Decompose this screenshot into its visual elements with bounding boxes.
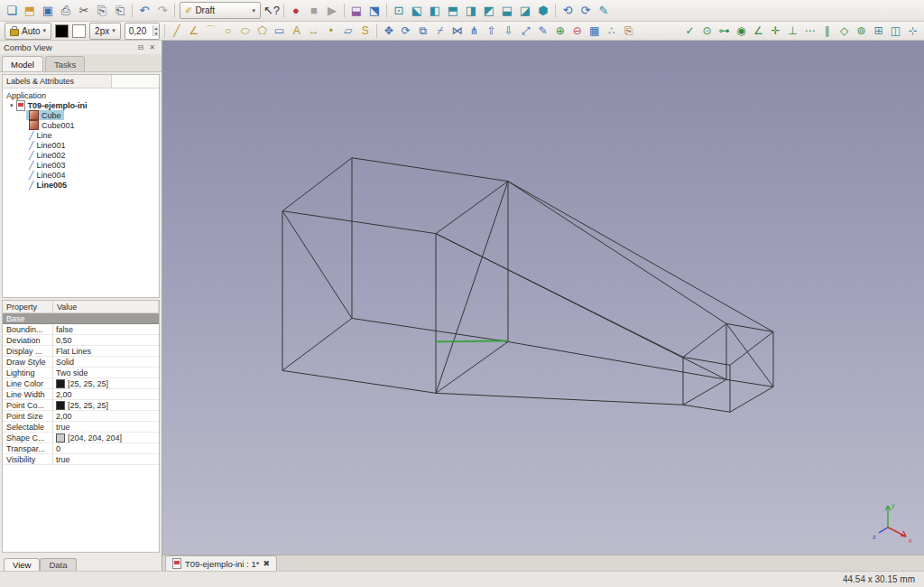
property-value[interactable]: 2,00 [53,411,159,421]
model-edge[interactable] [436,182,508,394]
3d-canvas[interactable]: yxz [162,41,924,554]
model-edge[interactable] [436,182,508,234]
snap-near-button[interactable]: ⊚ [853,23,870,39]
draft-rotate-button[interactable]: ⟳ [397,23,414,39]
print-button[interactable]: ⎙ [57,2,75,19]
property-row[interactable]: Display ...Flat Lines [3,346,159,357]
draft-rectangle-button[interactable]: ▭ [271,23,288,39]
tab-tasks[interactable]: Tasks [45,56,85,71]
cut-button[interactable]: ✂ [75,2,93,19]
model-edge[interactable] [282,211,352,319]
property-row[interactable]: LightingTwo side [3,368,159,378]
view-front-button[interactable]: ◧ [426,2,444,19]
view-left-button[interactable]: ◪ [516,2,534,19]
draft-split-button[interactable]: ⋔ [466,23,483,39]
property-value[interactable]: [25, 25, 25] [53,378,159,388]
draft-dimension-button[interactable]: ↔ [305,23,322,39]
tab-view[interactable]: View [4,558,40,571]
property-column-header[interactable]: Property [3,301,53,312]
snap-perpendicular-button[interactable]: ⊥ [784,23,801,39]
draft-polyline-button[interactable]: ∠ [185,23,202,39]
property-value[interactable]: [204, 204, 204] [53,433,159,443]
tree-item-line002[interactable]: ╱Line002 [3,150,159,160]
value-column-header[interactable]: Value [53,301,159,312]
property-value[interactable]: false [53,324,159,334]
model-edge[interactable] [683,323,726,357]
tree-item-line001[interactable]: ╱Line001 [3,140,159,150]
snap-grid-button[interactable]: ⊞ [870,23,887,39]
draft-shapestring-button[interactable]: S [356,23,374,39]
tree-item-line005[interactable]: ╱Line005 [3,180,159,190]
property-value[interactable]: true [53,422,159,432]
draft-array-button[interactable]: ▦ [586,23,603,39]
snap-center-button[interactable]: ◉ [733,23,750,39]
auto-constrain-selector[interactable]: Auto ▾ [5,23,51,40]
tree-item-line[interactable]: ╱Line [3,130,159,140]
draft-del-point-button[interactable]: ⊖ [568,23,586,39]
model-edge[interactable] [282,211,436,234]
view-rear-button[interactable]: ◩ [480,2,498,19]
property-row[interactable]: Transpar...0 [3,443,159,454]
undo-button[interactable]: ↶ [135,2,153,19]
view-axonometric-button[interactable]: ⬢ [534,2,552,19]
property-value[interactable]: 0,50 [53,335,159,345]
property-value[interactable]: 0 [53,443,159,453]
tree-item-document[interactable]: ▾ T09-ejemplo-ini [3,100,159,110]
draft-facebinder-button[interactable]: ▱ [339,23,356,39]
snap-extension-button[interactable]: ⋯ [801,23,818,39]
snap-parallel-button[interactable]: ∥ [818,23,836,39]
snap-lock-button[interactable]: ✓ [681,23,698,39]
model-edge[interactable] [726,323,773,387]
property-row[interactable]: Draw StyleSolid [3,357,159,368]
model-edge[interactable] [508,182,726,324]
model-edge[interactable] [683,405,730,412]
snap-midpoint-button[interactable]: ⊶ [716,23,733,39]
property-row[interactable]: Selectabletrue [3,422,159,433]
view-bottom-button[interactable]: ⬓ [498,2,516,19]
draft-add-point-button[interactable]: ⊕ [551,23,568,39]
workbench-selector[interactable]: ✐Draft▾ [180,2,261,19]
snap-dimensions-button[interactable]: ⊹ [904,23,921,39]
macro-debug-button[interactable]: ▶ [323,2,341,19]
face-color-swatch-button[interactable] [72,24,86,38]
wireframe-model[interactable] [162,41,924,554]
property-value[interactable]: Two side [53,368,159,377]
draft-point-button[interactable]: • [322,23,339,39]
snap-angle-button[interactable]: ∠ [750,23,767,39]
draft-circle-button[interactable]: ○ [219,23,236,39]
copy-button[interactable]: ⎘ [93,2,111,19]
draft-line-button[interactable]: ╱ [168,23,185,39]
property-row[interactable]: Point Co...[25, 25, 25] [3,400,159,411]
property-row[interactable]: Line Width2,00 [3,389,159,400]
property-row[interactable]: Shape C...[204, 204, 204] [3,433,159,443]
snap-special-button[interactable]: ◇ [836,23,853,39]
property-row[interactable]: Visibilitytrue [3,454,159,465]
draft-scale-button[interactable]: ⤢ [517,23,534,39]
property-value[interactable]: true [53,454,159,464]
draft-move-button[interactable]: ✥ [380,23,397,39]
scale-spinbox[interactable]: 0,20 ▴ ▾ [125,23,161,40]
tree-item-cube001[interactable]: Cube001 [3,120,159,130]
model-edge[interactable] [730,387,773,412]
tree-item-line003[interactable]: ╱Line003 [3,160,159,170]
expander-icon[interactable]: ▾ [10,102,14,109]
property-value[interactable]: 2,00 [53,389,159,399]
draft-arc-button[interactable]: ⌒ [202,23,219,39]
draft-trimex-button[interactable]: ⌿ [431,23,448,39]
property-value[interactable]: Flat Lines [53,346,159,356]
line-width-selector[interactable]: 2px ▾ [89,23,121,40]
tree-column-header[interactable]: Labels & Attributes [3,75,112,88]
model-edge[interactable] [282,318,352,370]
save-button[interactable]: ▣ [39,2,57,19]
view-top-button[interactable]: ⬒ [444,2,462,19]
redo-button[interactable]: ↷ [153,2,171,19]
open-folder-button[interactable]: ⬒ [21,2,39,19]
draft-upgrade-button[interactable]: ⇧ [483,23,500,39]
property-group-base[interactable]: Base [3,313,159,324]
draft-tray-button[interactable]: ✎ [595,2,613,19]
model-edge[interactable] [508,341,726,379]
draft-edit-button[interactable]: ✎ [534,23,551,39]
selected-edge[interactable] [436,340,508,341]
model-edge[interactable] [726,379,773,387]
tab-model[interactable]: Model [2,56,43,71]
